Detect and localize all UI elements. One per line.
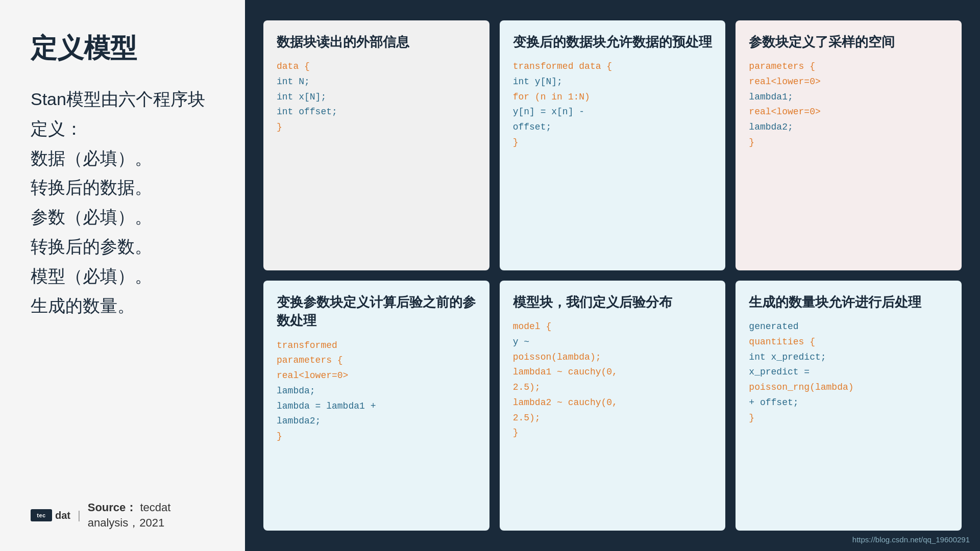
logo-box: tec xyxy=(31,509,52,521)
brand-name: dat xyxy=(55,510,70,521)
card-transformed-data: 变换后的数据块允许数据的预处理 transformed data { int y… xyxy=(500,20,726,270)
footer-separator: | xyxy=(78,509,81,522)
card-generated: 生成的数量块允许进行后处理 generated quantities { int… xyxy=(736,281,962,531)
footer-url: https://blog.csdn.net/qq_19600291 xyxy=(852,535,970,544)
card-transformed-data-code: transformed data { int y[N]; for (n in 1… xyxy=(513,59,713,150)
card-parameters-code: parameters { real<lower=0> lambda1; real… xyxy=(749,59,948,150)
footer: tec dat | Source： tecdat analysis，2021 xyxy=(31,500,219,531)
card-model: 模型块，我们定义后验分布 model { y ~ poisson(lambda)… xyxy=(500,281,726,531)
page-title: 定义模型 xyxy=(31,31,219,66)
left-description: Stan模型由六个程序块定义： 数据（必填）。 转换后的数据。 参数（必填）。 … xyxy=(31,85,219,320)
card-parameters-title: 参数块定义了采样的空间 xyxy=(749,33,948,51)
card-transformed-params: 变换参数块定义计算后验之前的参数处理 transformed parameter… xyxy=(263,281,489,531)
card-model-title: 模型块，我们定义后验分布 xyxy=(513,293,713,311)
logo-icon-text: tec xyxy=(37,512,45,518)
footer-source: Source： tecdat analysis，2021 xyxy=(88,500,219,531)
right-panel: 数据块读出的外部信息 data { int N; int x[N]; int o… xyxy=(245,0,980,551)
card-data: 数据块读出的外部信息 data { int N; int x[N]; int o… xyxy=(263,20,489,270)
card-data-code: data { int N; int x[N]; int offset; } xyxy=(277,59,476,135)
source-label: Source： xyxy=(88,501,137,514)
card-generated-code: generated quantities { int x_predict; x_… xyxy=(749,319,948,425)
card-generated-title: 生成的数量块允许进行后处理 xyxy=(749,293,948,311)
card-transformed-params-title: 变换参数块定义计算后验之前的参数处理 xyxy=(277,293,476,330)
left-panel: 定义模型 Stan模型由六个程序块定义： 数据（必填）。 转换后的数据。 参数（… xyxy=(0,0,245,551)
left-content: 定义模型 Stan模型由六个程序块定义： 数据（必填）。 转换后的数据。 参数（… xyxy=(31,31,219,320)
card-transformed-data-title: 变换后的数据块允许数据的预处理 xyxy=(513,33,713,51)
card-model-code: model { y ~ poisson(lambda); lambda1 ~ c… xyxy=(513,319,713,441)
card-data-title: 数据块读出的外部信息 xyxy=(277,33,476,51)
card-transformed-params-code: transformed parameters { real<lower=0> l… xyxy=(277,338,476,444)
tecdat-logo: tec dat xyxy=(31,509,70,521)
card-parameters: 参数块定义了采样的空间 parameters { real<lower=0> l… xyxy=(736,20,962,270)
